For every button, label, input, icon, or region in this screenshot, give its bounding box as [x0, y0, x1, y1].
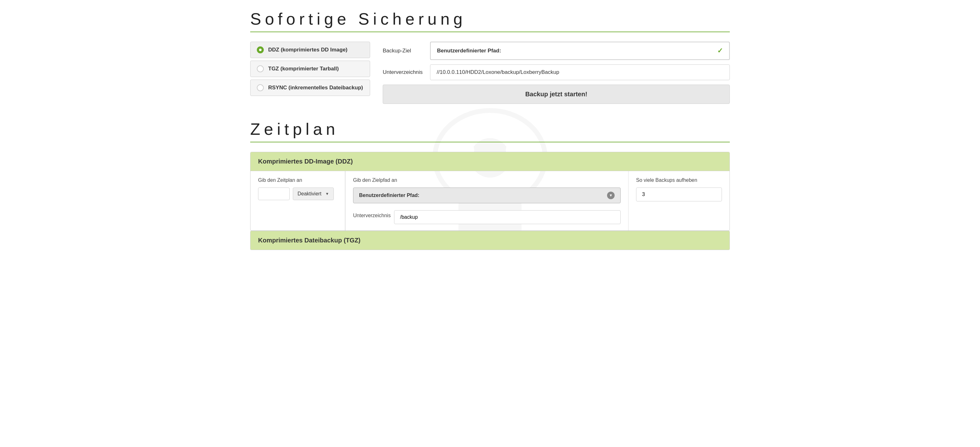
tgz-card-header: Komprimiertes Dateibackup (TGZ) [251, 231, 729, 250]
tgz-schedule-card: Komprimiertes Dateibackup (TGZ) [250, 231, 730, 250]
schedule-text-input[interactable] [258, 187, 290, 200]
unterverzeichnis-label: Unterverzeichnis [383, 69, 424, 75]
schedule-dropdown-value: Deaktiviert [298, 191, 321, 197]
ddz-schedule-card: Komprimiertes DD-Image (DDZ) Gib den Zei… [250, 152, 730, 231]
radio-circle-rsync [257, 84, 264, 91]
radio-circle-ddz [257, 46, 264, 53]
sofortige-divider [250, 32, 730, 32]
unterverzeichnis-row: Unterverzeichnis [383, 64, 730, 80]
dropdown-arrow-icon: ▼ [325, 192, 329, 196]
backup-ziel-dropdown-value: Benutzerdefinierter Pfad: [437, 48, 501, 54]
start-backup-button[interactable]: Backup jetzt starten! [383, 85, 730, 104]
gib-zielpfad-col: Gib den Zielpfad an Benutzerdefinierter … [345, 171, 628, 230]
gib-zielpfad-label: Gib den Zielpfad an [353, 177, 620, 183]
zeitplan-title: Zeitplan [250, 120, 730, 139]
so-viele-label: So viele Backups aufheben [636, 177, 722, 183]
zielpfad-dropdown-value: Benutzerdefinierter Pfad: [359, 193, 419, 198]
backup-target-section: Backup-Ziel Benutzerdefinierter Pfad: ✓ … [383, 42, 730, 104]
unterverz-input[interactable] [394, 210, 620, 224]
unterverzeichnis-row-card: Unterverzeichnis [353, 207, 620, 224]
backup-options-row: DDZ (komprimiertes DD Image) TGZ (kompri… [250, 42, 730, 104]
radio-option-ddz[interactable]: DDZ (komprimiertes DD Image) [250, 42, 370, 58]
zeitplan-divider [250, 142, 730, 142]
ddz-card-row: Gib den Zeitplan an Deaktiviert ▼ Gib de… [251, 171, 729, 230]
sofortige-title: Sofortige Sicherung [250, 10, 730, 29]
check-icon: ✓ [717, 47, 723, 55]
sofortige-sicherung-section: Sofortige Sicherung DDZ (komprimiertes D… [250, 10, 730, 104]
backups-aufheben-input[interactable] [636, 187, 722, 201]
schedule-controls: Deaktiviert ▼ [258, 187, 337, 200]
radio-label-tgz: TGZ (komprimierter Tarball) [268, 65, 339, 72]
backup-ziel-label: Backup-Ziel [383, 48, 424, 54]
radio-label-ddz: DDZ (komprimiertes DD Image) [268, 47, 347, 53]
so-viele-col: So viele Backups aufheben [628, 171, 729, 230]
zielpfad-dropdown-arrow-icon: ▼ [607, 192, 615, 199]
unterverzeichnis-input[interactable] [430, 64, 730, 80]
radio-option-tgz[interactable]: TGZ (komprimierter Tarball) [250, 61, 370, 77]
gib-zeitplan-col: Gib den Zeitplan an Deaktiviert ▼ [251, 171, 345, 230]
zeitplan-section: Zeitplan Komprimiertes DD-Image (DDZ) Gi… [250, 120, 730, 250]
radio-circle-tgz [257, 65, 264, 72]
zielpfad-dropdown[interactable]: Benutzerdefinierter Pfad: ▼ [353, 187, 620, 203]
unterverz-label: Unterverzeichnis [353, 213, 391, 219]
backup-ziel-dropdown[interactable]: Benutzerdefinierter Pfad: ✓ [430, 42, 730, 60]
schedule-dropdown[interactable]: Deaktiviert ▼ [293, 187, 334, 200]
ddz-card-header: Komprimiertes DD-Image (DDZ) [251, 152, 729, 171]
gib-zeitplan-label: Gib den Zeitplan an [258, 177, 337, 183]
radio-option-rsync[interactable]: RSYNC (inkrementelles Dateibackup) [250, 80, 370, 96]
radio-group: DDZ (komprimiertes DD Image) TGZ (kompri… [250, 42, 370, 96]
radio-label-rsync: RSYNC (inkrementelles Dateibackup) [268, 85, 363, 91]
backup-ziel-row: Backup-Ziel Benutzerdefinierter Pfad: ✓ [383, 42, 730, 60]
